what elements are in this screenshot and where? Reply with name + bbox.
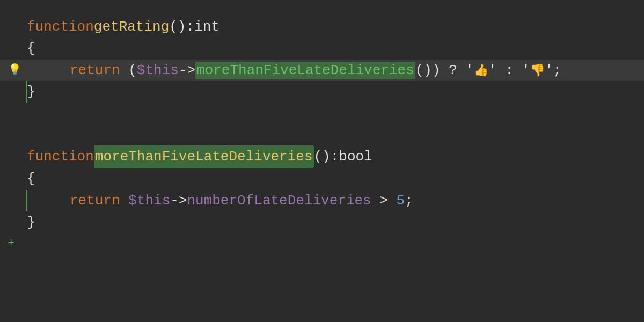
open-brace-1: { [27, 38, 35, 59]
code-line-11: + [0, 233, 644, 254]
variable-this-2: $this [128, 193, 170, 209]
code-line-4: } [0, 81, 644, 103]
paren-colon-2: (): [314, 146, 339, 167]
code-line-2: { [0, 38, 644, 59]
code-line-9: return $this->numberOfLateDeliveries > 5… [0, 190, 644, 211]
property-numberOfLateDeliveries: numberOfLateDeliveries [187, 193, 371, 209]
thumbs-up-emoji: 👍 [474, 64, 488, 78]
empty-line-2 [0, 124, 644, 145]
thumbs-down-emoji: 👎 [530, 64, 545, 78]
close-paren-ternary: ()) ? ' [415, 62, 474, 78]
plus-sign: + [8, 235, 14, 253]
code-line-1: function getRating(): int [0, 16, 644, 38]
function-name-moreThanFiveLateDeliveries: moreThanFiveLateDeliveries [94, 145, 314, 168]
open-paren-1: ( [128, 62, 137, 78]
empty-line-1 [0, 103, 644, 124]
code-editor: function getRating(): int { 💡 return ($t… [0, 0, 644, 322]
code-line-7: function moreThanFiveLateDeliveries(): b… [0, 145, 644, 168]
code-line-8: { [0, 168, 644, 189]
keyword-return-1: return [70, 62, 128, 78]
type-int: int [194, 16, 219, 38]
function-name-getRating: getRating [94, 16, 169, 38]
method-moreThanFiveLateDeliveries: moreThanFiveLateDeliveries [195, 62, 415, 79]
number-5: 5 [397, 193, 405, 209]
keyword-function: function [27, 16, 94, 38]
type-bool: bool [339, 146, 372, 167]
semicolon-2: ; [405, 193, 413, 209]
variable-this-1: $this [137, 62, 179, 78]
keyword-return-2: return [70, 193, 128, 209]
left-border-1 [26, 81, 27, 103]
line-9-content: return $this->numberOfLateDeliveries > 5… [70, 190, 413, 211]
line-gutter-3: 💡 [5, 62, 21, 78]
keyword-function-2: function [27, 146, 94, 167]
code-line-3: 💡 return ($this->moreThanFiveLateDeliver… [0, 60, 644, 81]
line-3-content: return ($this->moreThanFiveLateDeliverie… [70, 60, 561, 81]
close-string-semi: '; [545, 62, 561, 78]
arrow-1: -> [179, 62, 195, 78]
operator-gt: > [371, 193, 397, 209]
open-brace-2: { [27, 168, 35, 189]
paren-colon: (): [169, 16, 194, 38]
close-brace-2: } [27, 211, 35, 233]
code-line-10: } [0, 211, 644, 233]
bulb-icon[interactable]: 💡 [8, 62, 21, 78]
ternary-else: ' : ' [488, 62, 530, 78]
arrow-2: -> [170, 193, 187, 209]
left-border-2 [26, 190, 27, 211]
close-brace-1: } [27, 81, 35, 103]
